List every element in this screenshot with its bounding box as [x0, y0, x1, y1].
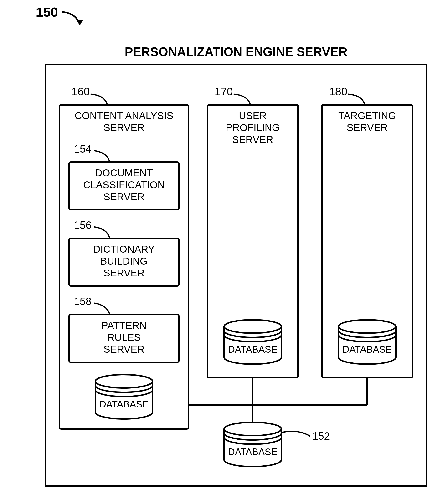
- content-analysis-server: 160 CONTENT ANALYSIS SERVER 154 DOCUMENT…: [60, 85, 188, 429]
- ref-170-leader: [234, 94, 250, 105]
- col1-database-label: DATABASE: [99, 399, 149, 409]
- user-profiling-title-1: USER: [239, 110, 267, 121]
- user-profiling-server: 170 USER PROFILING SERVER DATABASE: [207, 85, 298, 378]
- ref-150-leader: [62, 12, 80, 25]
- dictionary-building-l3: SERVER: [103, 267, 144, 279]
- ref-150-text: 150: [36, 4, 58, 20]
- targeting-title-2: SERVER: [347, 122, 388, 133]
- shared-database-label: DATABASE: [228, 446, 277, 457]
- ref-150-arrowhead: [76, 20, 83, 25]
- ref-152-leader: [281, 431, 310, 436]
- main-title: PERSONALIZATION ENGINE SERVER: [125, 45, 347, 59]
- doc-classification-l1: DOCUMENT: [95, 167, 153, 178]
- col3-database-label: DATABASE: [342, 344, 392, 355]
- targeting-server: 180 TARGETING SERVER DATABASE: [322, 85, 412, 378]
- pattern-rules-l2: RULES: [107, 332, 141, 343]
- content-analysis-title-1: CONTENT ANALYSIS: [75, 110, 173, 121]
- dictionary-building-l1: DICTIONARY: [93, 244, 155, 255]
- user-profiling-title-2: PROFILING: [226, 122, 280, 133]
- ref-180-text: 180: [329, 85, 347, 98]
- ref-156-text: 156: [74, 219, 91, 231]
- content-analysis-title-2: SERVER: [103, 122, 144, 133]
- ref-160-leader: [90, 94, 107, 105]
- ref-150: 150: [36, 4, 83, 25]
- doc-classification-l3: SERVER: [103, 191, 144, 202]
- col1-database: DATABASE: [95, 375, 153, 419]
- ref-180-leader: [348, 94, 365, 105]
- diagram-root: 150 PERSONALIZATION ENGINE SERVER 160 CO…: [0, 0, 448, 494]
- ref-158-text: 158: [74, 296, 91, 307]
- ref-170-text: 170: [215, 85, 233, 98]
- col2-database: DATABASE: [224, 320, 281, 364]
- col2-database-label: DATABASE: [228, 344, 277, 355]
- shared-database: DATABASE 152: [224, 422, 330, 467]
- doc-classification-l2: CLASSIFICATION: [83, 179, 165, 190]
- ref-160-text: 160: [72, 85, 90, 98]
- targeting-title-1: TARGETING: [338, 110, 396, 121]
- pattern-rules-l3: SERVER: [103, 344, 144, 355]
- pattern-rules-l1: PATTERN: [101, 320, 147, 331]
- ref-154-text: 154: [74, 143, 91, 155]
- connectors: [188, 378, 367, 422]
- ref-152-text: 152: [312, 430, 330, 442]
- dictionary-building-l2: BUILDING: [100, 256, 148, 267]
- user-profiling-title-3: SERVER: [232, 134, 273, 145]
- col3-database: DATABASE: [339, 320, 396, 364]
